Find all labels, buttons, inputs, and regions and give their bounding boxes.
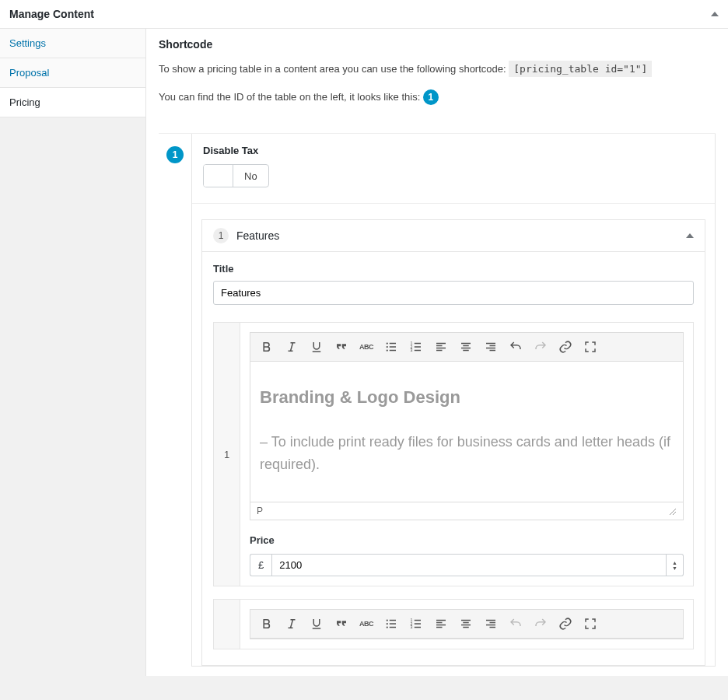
fullscreen-icon[interactable]: [582, 615, 599, 632]
redo-icon[interactable]: [532, 338, 549, 355]
second-feature-body: ABC 123: [240, 600, 693, 649]
features-index: 1: [213, 228, 229, 243]
italic-icon[interactable]: [283, 338, 300, 355]
row-id-badge: 1: [166, 146, 184, 163]
editor-heading: Branding & Logo Design: [260, 383, 674, 411]
spinner-up-icon[interactable]: ▲: [672, 560, 677, 565]
shortcode-heading: Shortcode: [159, 38, 716, 51]
second-feature-handle[interactable]: [214, 600, 240, 649]
bold-icon[interactable]: [258, 338, 275, 355]
underline-icon[interactable]: [308, 615, 325, 632]
price-input-group: £ ▲ ▼: [250, 554, 684, 576]
align-center-icon[interactable]: [457, 338, 474, 355]
price-field: Price £ ▲ ▼: [250, 534, 684, 576]
svg-text:3: 3: [411, 625, 413, 629]
resize-handle-icon[interactable]: [667, 506, 677, 516]
editor-content[interactable]: Branding & Logo Design – To include prin…: [250, 362, 683, 502]
undo-icon[interactable]: [507, 338, 524, 355]
number-spinner[interactable]: ▲ ▼: [667, 554, 684, 576]
svg-point-2: [387, 349, 388, 351]
feature-item-handle[interactable]: 1: [214, 323, 240, 586]
shortcode-intro-line: To show a pricing table in a content are…: [159, 61, 716, 77]
blockquote-icon[interactable]: [333, 615, 350, 632]
align-left-icon[interactable]: [432, 615, 450, 632]
svg-text:3: 3: [411, 348, 413, 352]
title-field-label: Title: [213, 263, 694, 275]
feature-item-index: 1: [224, 449, 229, 460]
feature-item-row: 1 ABC 123: [213, 322, 694, 586]
pricing-table-row: 1 Disable Tax No 1 Features: [159, 133, 716, 667]
fullscreen-icon[interactable]: [582, 338, 599, 355]
feature-item-body: ABC 123: [240, 323, 693, 586]
content-area: Shortcode To show a pricing table in a c…: [146, 29, 728, 676]
bold-icon[interactable]: [258, 615, 275, 632]
toggle-knob: [204, 165, 233, 187]
sidebar-item-proposal[interactable]: Proposal: [0, 58, 145, 88]
wysiwyg-editor: ABC 123: [250, 332, 684, 520]
spinner-down-icon[interactable]: ▼: [672, 565, 677, 571]
align-right-icon[interactable]: [482, 615, 499, 632]
shortcode-code: [pricing_table id="1"]: [509, 61, 652, 77]
align-center-icon[interactable]: [457, 615, 474, 632]
price-label: Price: [250, 534, 684, 546]
row-body: Disable Tax No 1 Features Title: [191, 134, 716, 667]
svg-point-0: [387, 342, 388, 344]
redo-icon[interactable]: [532, 615, 549, 632]
svg-point-1: [387, 346, 388, 348]
second-feature-item-row: ABC 123: [213, 599, 694, 649]
shortcode-section: Shortcode To show a pricing table in a c…: [159, 38, 716, 105]
collapse-icon[interactable]: [711, 12, 719, 16]
undo-icon[interactable]: [507, 615, 524, 632]
features-title: Features: [236, 229, 279, 242]
example-id-badge: 1: [423, 89, 439, 105]
editor-toolbar: ABC 123: [250, 333, 683, 362]
disable-tax-toggle[interactable]: No: [203, 164, 269, 187]
shortcode-idhelp-line: You can find the ID of the table on the …: [159, 89, 716, 106]
sidebar-item-pricing[interactable]: Pricing: [0, 88, 145, 117]
underline-icon[interactable]: [308, 338, 325, 355]
main-layout: Settings Proposal Pricing Shortcode To s…: [0, 29, 728, 676]
editor-toolbar-2: ABC 123: [250, 610, 683, 639]
ordered-list-icon[interactable]: 123: [408, 338, 425, 355]
toggle-state: No: [233, 170, 268, 182]
editor-path-text: P: [257, 506, 263, 516]
unordered-list-icon[interactable]: [383, 338, 400, 355]
features-accordion-body: Title 1: [201, 252, 705, 666]
panel-header[interactable]: Manage Content: [0, 0, 728, 29]
currency-symbol: £: [250, 554, 271, 576]
sidebar-item-settings[interactable]: Settings: [0, 29, 145, 58]
svg-point-7: [387, 623, 388, 625]
strikethrough-icon[interactable]: ABC: [358, 338, 375, 355]
wysiwyg-editor-2: ABC 123: [250, 609, 684, 639]
price-input[interactable]: [271, 554, 667, 576]
sidebar: Settings Proposal Pricing: [0, 29, 146, 676]
blockquote-icon[interactable]: [333, 338, 350, 355]
shortcode-idhelp: You can find the ID of the table on the …: [159, 91, 420, 103]
svg-point-6: [387, 619, 388, 621]
svg-point-8: [387, 626, 388, 628]
link-icon[interactable]: [557, 615, 574, 632]
ordered-list-icon[interactable]: 123: [408, 615, 425, 632]
italic-icon[interactable]: [283, 615, 300, 632]
strikethrough-icon[interactable]: ABC: [358, 615, 375, 632]
disable-tax-field: Disable Tax No: [192, 134, 715, 204]
panel-title: Manage Content: [9, 8, 94, 20]
accordion-collapse-icon[interactable]: [686, 233, 694, 238]
align-left-icon[interactable]: [432, 338, 450, 355]
disable-tax-label: Disable Tax: [203, 145, 704, 156]
features-accordion-header[interactable]: 1 Features: [201, 219, 705, 252]
editor-statusbar: P: [250, 502, 683, 520]
unordered-list-icon[interactable]: [383, 615, 400, 632]
link-icon[interactable]: [557, 338, 574, 355]
title-input[interactable]: [213, 281, 694, 305]
shortcode-intro: To show a pricing table in a content are…: [159, 63, 509, 75]
editor-body: – To include print ready files for busin…: [260, 431, 674, 476]
row-handle[interactable]: 1: [159, 134, 191, 667]
align-right-icon[interactable]: [482, 338, 499, 355]
